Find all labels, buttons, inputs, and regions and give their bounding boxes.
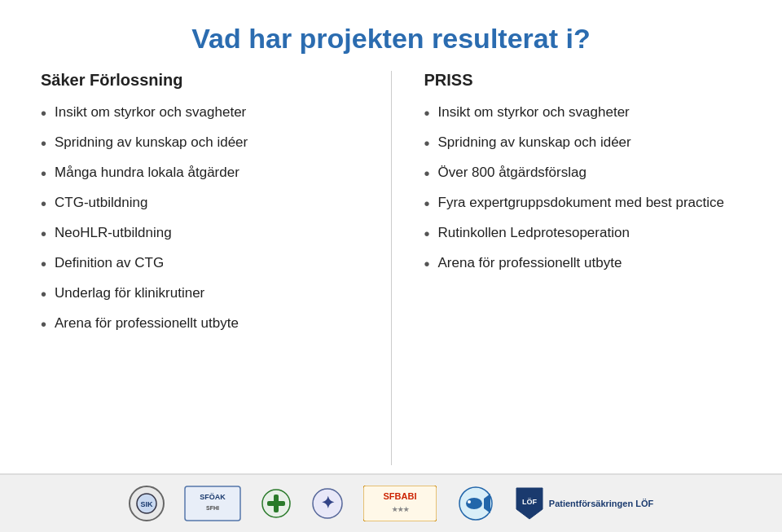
svg-point-16 (468, 500, 471, 503)
footer-logo-cross (261, 488, 292, 519)
list-item: Underlag för klinikrutiner (41, 284, 358, 306)
footer-logo-sfbabi: SFBABI ★★★ (363, 486, 437, 521)
right-bullet-list: Insikt om styrkor och svagheter Spridnin… (424, 103, 742, 284)
svg-text:LÖF: LÖF (522, 498, 537, 506)
column-divider (391, 71, 392, 465)
footer-logo-sfoaek: SFÖAK SFHI (184, 486, 241, 521)
list-item: Spridning av kunskap och idéer (424, 133, 742, 155)
left-column-title: Säker Förlossning (41, 71, 358, 90)
slide-footer: SIK SFÖAK SFHI ✦ (0, 473, 782, 532)
left-column: Säker Förlossning Insikt om styrkor och … (33, 71, 367, 465)
svg-point-14 (466, 498, 482, 509)
list-item: Fyra expertgruppsdokument med best pract… (424, 193, 742, 215)
list-item: Arena för professionellt utbyte (424, 253, 742, 275)
list-item: Arena för professionellt utbyte (41, 314, 358, 336)
svg-text:SIK: SIK (140, 500, 153, 508)
list-item: Definition av CTG (41, 253, 358, 275)
svg-text:✦: ✦ (320, 494, 334, 512)
footer-logo-lof: LÖF Patientförsäkringen LÖF (515, 486, 653, 521)
footer-logo-star: ✦ (311, 487, 344, 520)
list-item: Spridning av kunskap och idéer (41, 133, 358, 155)
slide-container: Vad har projekten resulterat i? Säker Fö… (0, 0, 782, 532)
footer-logo-fish (456, 486, 495, 521)
slide-title: Vad har projekten resulterat i? (33, 23, 749, 55)
svg-text:SFÖAK: SFÖAK (200, 493, 226, 501)
left-bullet-list: Insikt om styrkor och svagheter Spridnin… (41, 103, 358, 344)
list-item: Insikt om styrkor och svagheter (41, 103, 358, 125)
svg-rect-2 (185, 486, 240, 521)
list-item: Rutinkollen Ledprotesoperation (424, 223, 742, 245)
list-item: Många hundra lokala åtgärder (41, 163, 358, 185)
slide-body: Säker Förlossning Insikt om styrkor och … (0, 63, 782, 473)
lof-label: Patientförsäkringen LÖF (549, 499, 653, 508)
svg-rect-7 (267, 501, 285, 506)
list-item: Insikt om styrkor och svagheter (424, 103, 742, 125)
svg-text:SFBABI: SFBABI (383, 491, 416, 501)
right-column-title: PRISS (424, 71, 742, 90)
footer-logo-1: SIK (129, 486, 165, 521)
right-column: PRISS Insikt om styrkor och svagheter Sp… (416, 71, 750, 465)
svg-text:★★★: ★★★ (391, 506, 409, 513)
slide-header: Vad har projekten resulterat i? (0, 0, 782, 63)
list-item: NeoHLR-utbildning (41, 223, 358, 245)
svg-text:SFHI: SFHI (206, 505, 219, 511)
list-item: Över 800 åtgärdsförslag (424, 163, 742, 185)
list-item: CTG-utbildning (41, 193, 358, 215)
logo-circle-1: SIK (129, 486, 165, 521)
